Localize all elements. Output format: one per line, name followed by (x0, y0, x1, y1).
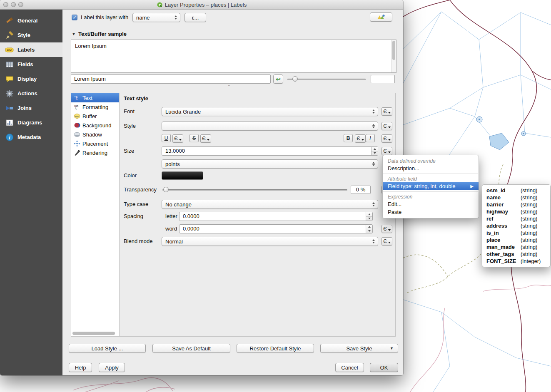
sidebar-item-label: General (17, 17, 37, 24)
size-unit-select[interactable]: points (162, 159, 378, 169)
transparency-value[interactable]: 0 % (351, 186, 371, 194)
menu-item-field-type[interactable]: Field type: string, int, double ▶ (383, 182, 479, 190)
spinner-arrows-icon[interactable] (366, 225, 372, 233)
size-unit-value: points (165, 161, 371, 167)
sidebar-item-joins[interactable]: Joins (0, 101, 62, 115)
preview-scrollbar-thumb[interactable] (392, 41, 395, 60)
sidebar-item-metadata[interactable]: i Metadata (0, 130, 62, 144)
sidebar-item-display[interactable]: Display (0, 72, 62, 86)
attribute-field-submenu: osm_id(string) name(string) barrier(stri… (482, 184, 551, 267)
menu-item-paste[interactable]: Paste (383, 208, 479, 216)
splitter-handle-icon[interactable]: ⌃ (227, 84, 231, 89)
bold-data-defined-button[interactable]: Є (355, 134, 366, 143)
help-button[interactable]: Help (69, 363, 92, 372)
cancel-button[interactable]: Cancel (335, 363, 364, 372)
italic-button[interactable]: I (366, 134, 375, 142)
sidebar-item-diagrams[interactable]: Diagrams (0, 115, 62, 130)
style-data-defined-button[interactable]: Є (381, 122, 392, 130)
data-defined-icon: Є (383, 123, 387, 129)
field-option-font-size[interactable]: FONT_SIZE(integer) (482, 258, 550, 265)
window-title-text: Layer Properties – places | Labels (165, 2, 247, 8)
underline-button[interactable]: U (162, 134, 171, 142)
title-bar[interactable]: Layer Properties – places | Labels (0, 0, 403, 10)
blend-mode-select[interactable]: Normal (162, 237, 378, 246)
expression-button[interactable]: ε... (184, 13, 206, 22)
sidebar-item-label: Actions (17, 90, 37, 97)
underline-data-defined-button[interactable]: Є (172, 134, 183, 143)
tab-buffer[interactable]: abc Buffer (71, 112, 119, 121)
tab-text[interactable]: +ab Text (71, 93, 119, 102)
slider-thumb[interactable] (292, 76, 298, 82)
field-option-other-tags[interactable]: other_tags(string) (482, 251, 550, 258)
spinner-arrows-icon[interactable] (371, 147, 378, 155)
save-style-button[interactable]: Save Style ▼ (320, 344, 398, 353)
sidebar-item-style[interactable]: Style (0, 28, 62, 42)
sidebar-item-fields[interactable]: Fields (0, 57, 62, 72)
sidebar-item-general[interactable]: General (0, 13, 62, 28)
label-field-select[interactable]: name (132, 13, 180, 22)
tab-rendering[interactable]: Rendering (71, 148, 119, 157)
tab-formatting[interactable]: <ab/c Formatting (71, 102, 119, 112)
type-case-value: No change (165, 201, 371, 208)
load-style-button[interactable]: Load Style ... (69, 344, 146, 353)
auto-placement-settings-button[interactable] (370, 12, 392, 22)
word-spacing-spinner[interactable]: 0.0000 (179, 224, 373, 233)
sidebar-item-label: Style (17, 32, 30, 38)
blend-mode-data-defined-button[interactable]: Є (381, 237, 392, 246)
field-type: (string) (521, 201, 537, 208)
font-data-defined-button[interactable]: Є (381, 107, 392, 116)
color-swatch-button[interactable] (162, 171, 203, 180)
submenu-arrow-icon: ▶ (470, 184, 474, 189)
italic-data-defined-button[interactable]: Є (381, 134, 392, 143)
save-as-default-button[interactable]: Save As Default (152, 344, 230, 353)
sample-scale-slider[interactable] (287, 75, 366, 83)
combo-arrows-icon (371, 202, 376, 206)
field-option-name[interactable]: name(string) (482, 194, 550, 201)
sample-text-input[interactable]: Lorem Ipsum (71, 74, 271, 84)
strikeout-button[interactable]: S (189, 134, 199, 142)
field-name: ref (486, 216, 521, 222)
word-spacing-data-defined-button[interactable]: Є (381, 225, 392, 233)
field-option-address[interactable]: address(string) (482, 222, 550, 229)
sidebar-item-actions[interactable]: Actions (0, 86, 62, 101)
tab-placement[interactable]: Placement (71, 139, 119, 148)
field-option-place[interactable]: place(string) (482, 236, 550, 243)
preview-scrollbar[interactable] (391, 40, 396, 72)
tablist-scrollbar-thumb[interactable] (72, 332, 115, 335)
letter-spacing-spinner[interactable]: 0.0000 (179, 212, 373, 221)
reset-sample-button[interactable]: ↩ (273, 74, 283, 84)
tab-shadow[interactable]: Shadow (71, 130, 119, 139)
field-option-is-in[interactable]: is_in(string) (482, 229, 550, 236)
spinner-arrows-icon[interactable] (366, 212, 372, 221)
blend-mode-label: Blend mode (124, 237, 152, 246)
disclosure-triangle-icon[interactable]: ▼ (72, 32, 76, 36)
field-option-barrier[interactable]: barrier(string) (482, 201, 550, 208)
apply-button[interactable]: Apply (99, 363, 125, 372)
sidebar-item-labels[interactable]: abc Labels (0, 42, 62, 57)
slider-thumb[interactable] (163, 187, 169, 192)
type-case-select[interactable]: No change (162, 200, 378, 209)
ok-button[interactable]: OK (370, 363, 398, 372)
size-spinner[interactable]: 13.0000 (162, 146, 378, 156)
bold-button[interactable]: B (344, 134, 353, 142)
font-select[interactable]: Lucida Grande (162, 107, 378, 116)
tab-background[interactable]: Background (71, 121, 119, 130)
size-data-defined-button[interactable]: Є (381, 147, 392, 155)
style-select[interactable] (162, 122, 378, 131)
sample-scale-value[interactable] (371, 75, 395, 83)
field-option-man-made[interactable]: man_made(string) (482, 243, 550, 251)
menu-item-edit[interactable]: Edit... (383, 200, 479, 208)
field-option-highway[interactable]: highway(string) (482, 208, 550, 215)
strikeout-data-defined-button[interactable]: Є (200, 134, 211, 143)
restore-default-style-label: Restore Default Style (250, 345, 301, 352)
field-type: (string) (521, 237, 537, 243)
transparency-slider[interactable] (162, 186, 347, 194)
field-option-ref[interactable]: ref(string) (482, 215, 550, 222)
combo-arrows-icon (371, 239, 376, 243)
label-layer-checkbox[interactable]: ✓ (72, 15, 77, 20)
data-defined-icon: Є (383, 148, 387, 154)
restore-default-style-button[interactable]: Restore Default Style (237, 344, 314, 353)
tab-label: Background (82, 122, 111, 129)
field-option-osm-id[interactable]: osm_id(string) (482, 187, 550, 194)
menu-item-description[interactable]: Description... (383, 164, 479, 172)
